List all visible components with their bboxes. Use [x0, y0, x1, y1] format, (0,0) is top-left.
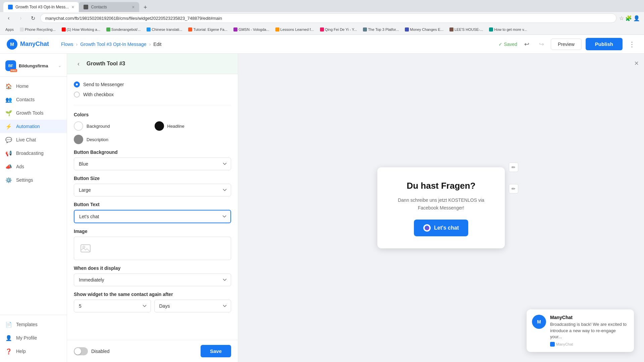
bookmark-chinese[interactable]: Chinese translati... — [145, 27, 184, 32]
bookmark-lessons[interactable]: Lessons Learned f... — [273, 27, 316, 32]
app-logo[interactable]: M ManyChat — [7, 39, 49, 50]
bookmark-lee[interactable]: LEE'S HOUSE-... — [447, 27, 485, 32]
breadcrumb-sep2: › — [149, 42, 151, 47]
back-btn[interactable]: ‹ — [4, 13, 13, 23]
forward-btn[interactable]: › — [16, 13, 25, 23]
home-icon: 🏠 — [5, 83, 12, 89]
account-icon[interactable]: 👤 — [633, 15, 640, 21]
bookmark-top3-label: The Top 3 Platfor... — [368, 27, 399, 32]
refresh-btn[interactable]: ↻ — [28, 13, 38, 23]
bookmark-sonder[interactable]: Sonderangebot/... — [104, 27, 143, 32]
chat-widget-btn[interactable]: Let's chat — [414, 220, 468, 236]
sidebar-item-my-profile[interactable]: 👤 My Profile — [0, 331, 67, 345]
pro-badge: PRO — [10, 69, 17, 72]
headline-swatch[interactable] — [155, 121, 164, 131]
notification-content: ManyChat Broadcasting is back! We are ex… — [550, 315, 629, 347]
bookmark-how-working-icon — [62, 27, 66, 32]
panel-footer: Disabled Save — [67, 340, 238, 362]
description-color-label: Description — [87, 137, 108, 142]
sidebar-item-contacts[interactable]: 👥 Contacts — [0, 93, 67, 106]
image-upload-area[interactable] — [74, 237, 231, 260]
breadcrumb-tool[interactable]: Growth Tool #3 Opt-In Message — [80, 42, 146, 47]
edit-desc-btn[interactable]: ✏ — [509, 184, 518, 193]
panel-title: Growth Tool #3 — [87, 61, 125, 67]
bookmark-top3[interactable]: The Top 3 Platfor... — [361, 27, 401, 32]
bookmark-apps-label: Apps — [5, 27, 14, 32]
logo-text: ManyChat — [20, 41, 49, 48]
bookmark-gmsn[interactable]: GMSN - Vologda... — [231, 27, 271, 32]
when-display-select[interactable]: Immediately After 5 seconds After 10 sec… — [74, 274, 231, 286]
browser-actions: ☆ 🧩 👤 — [619, 15, 640, 21]
live-chat-icon: 💬 — [5, 136, 12, 143]
bookmark-lee-icon — [449, 27, 453, 32]
show-widget-count-select[interactable]: 5 — [74, 300, 151, 312]
panel-content: Send to Messenger With checkbox Colors B… — [67, 74, 238, 340]
sidebar-item-templates-label: Templates — [16, 322, 38, 327]
panel-back-btn[interactable]: ‹ — [74, 59, 83, 68]
save-btn[interactable]: Save — [201, 345, 231, 357]
url-bar[interactable] — [40, 13, 616, 23]
radio-label-messenger: Send to Messenger — [83, 82, 124, 87]
sidebar-item-templates[interactable]: 📄 Templates — [0, 318, 67, 331]
sidebar-account[interactable]: BF PRO Bildungsfirma ⌄ — [0, 58, 67, 77]
background-swatch[interactable] — [74, 121, 83, 131]
bookmark-phone-label: Phone Recycling... — [25, 27, 56, 32]
sidebar-item-growth-tools[interactable]: 🌱 Growth Tools — [0, 106, 67, 120]
redo-btn[interactable]: ↪ — [536, 39, 547, 50]
button-bg-select[interactable]: Blue White Dark — [74, 158, 231, 170]
browser-tab-inactive[interactable]: Contacts × — [79, 2, 139, 12]
button-text-select[interactable]: Let's chat Send to Messenger Get Started… — [74, 210, 231, 223]
bookmark-more-icon — [489, 27, 493, 32]
bookmark-tutorial[interactable]: Tutorial: Eigene Fa... — [186, 27, 229, 32]
sidebar-item-help[interactable]: ❓ Help — [0, 345, 67, 358]
disabled-toggle[interactable] — [74, 347, 88, 355]
tab-close-contacts[interactable]: × — [132, 4, 135, 10]
bookmark-apps[interactable]: Apps — [3, 27, 16, 32]
bookmark-qing-label: Qing Fei De Yi - Y... — [325, 27, 357, 32]
bookmark-phone[interactable]: Phone Recycling... — [18, 27, 58, 32]
publish-btn[interactable]: Publish — [586, 38, 623, 50]
bookmark-more[interactable]: How to get more v... — [487, 27, 529, 32]
show-widget-group: Show widget to the same contact again af… — [74, 292, 231, 312]
button-size-label: Button Size — [74, 176, 231, 181]
messenger-icon — [423, 224, 431, 232]
extension-icon[interactable]: 🧩 — [625, 15, 632, 21]
undo-btn[interactable]: ↩ — [521, 39, 532, 50]
browser-tab-active[interactable]: Growth Tool #3 Opt-In Mess... × — [3, 2, 79, 12]
bookmark-how-working[interactable]: (1) How Working a... — [60, 27, 102, 32]
bookmark-qing[interactable]: Qing Fei De Yi - Y... — [318, 27, 359, 32]
bookmark-icon[interactable]: ☆ — [619, 15, 624, 21]
toggle-label: Disabled — [91, 349, 109, 354]
preview-close-btn[interactable]: × — [634, 59, 639, 68]
bookmark-gmsn-icon — [233, 27, 237, 32]
sidebar-item-broadcasting[interactable]: 📢 Broadcasting — [0, 146, 67, 160]
preview-btn[interactable]: Preview — [551, 39, 582, 50]
new-tab-btn[interactable]: + — [141, 3, 150, 12]
sidebar-item-home[interactable]: 🏠 Home — [0, 79, 67, 93]
more-options-btn[interactable]: ⋮ — [627, 39, 637, 50]
browser-tab-title: Growth Tool #3 Opt-In Mess... — [15, 5, 69, 9]
show-widget-period-select[interactable]: Days — [154, 300, 231, 312]
show-widget-label: Show widget to the same contact again af… — [74, 292, 231, 297]
top-navbar: M ManyChat Flows › Growth Tool #3 Opt-In… — [0, 35, 644, 54]
sidebar-item-ads[interactable]: 📣 Ads — [0, 160, 67, 173]
svg-point-1 — [83, 246, 85, 248]
sidebar-item-settings[interactable]: ⚙️ Settings — [0, 173, 67, 187]
sidebar-item-live-chat[interactable]: 💬 Live Chat — [0, 133, 67, 146]
messenger-icon-inner — [425, 226, 429, 230]
bookmark-money[interactable]: Money Changes E... — [403, 27, 445, 32]
panel-header: ‹ Growth Tool #3 — [67, 54, 238, 74]
sidebar-item-automation[interactable]: ⚡ Automation — [0, 120, 67, 133]
button-size-select[interactable]: Small Medium Large — [74, 184, 231, 196]
radio-send-to-messenger[interactable]: Send to Messenger — [74, 79, 231, 89]
description-swatch[interactable] — [74, 135, 83, 144]
svg-rect-0 — [81, 245, 90, 252]
sidebar-item-ads-label: Ads — [16, 164, 24, 169]
notification-logo-text: ManyChat — [556, 342, 573, 346]
radio-with-checkbox[interactable]: With checkbox — [74, 89, 231, 100]
bookmark-lessons-label: Lessons Learned f... — [280, 27, 314, 32]
breadcrumb-flows[interactable]: Flows — [61, 42, 73, 47]
tab-close-btn[interactable]: × — [71, 4, 74, 10]
account-chevron-icon: ⌄ — [58, 63, 61, 68]
edit-title-btn[interactable]: ✏ — [509, 163, 518, 172]
